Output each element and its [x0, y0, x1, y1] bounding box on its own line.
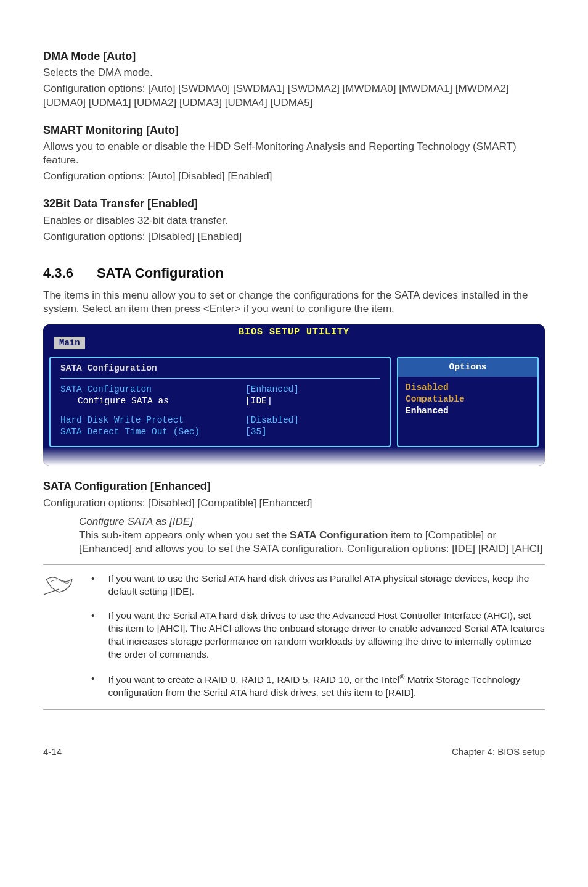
bios-label: SATA Configuraton	[60, 384, 245, 395]
smart-text-2: Configuration options: [Auto] [Disabled]…	[43, 170, 545, 183]
configure-sata-subblock: Configure SATA as [IDE] This sub-item ap…	[79, 515, 545, 556]
section-title: 4.3.6SATA Configuration	[43, 265, 545, 283]
note-item: • If you want the Serial ATA hard disk d…	[91, 609, 545, 661]
note-icon	[43, 572, 75, 699]
section-name: SATA Configuration	[97, 265, 224, 281]
configure-sata-text: This sub-item appears only when you set …	[79, 529, 545, 556]
bios-option-enhanced[interactable]: Enhanced	[406, 405, 530, 417]
bit32-text-1: Enables or disables 32-bit data transfer…	[43, 214, 545, 228]
sata-enh-text: Configuration options: [Disabled] [Compa…	[43, 497, 545, 510]
bullet-icon: •	[91, 672, 94, 699]
page-number: 4-14	[43, 746, 62, 758]
bios-label: SATA Detect Time Out (Sec)	[60, 426, 245, 438]
bios-header: BIOS SETUP UTILITY	[43, 324, 545, 340]
dma-text-2: Configuration options: [Auto] [SWDMA0] […	[43, 82, 545, 109]
bios-option-disabled[interactable]: Disabled	[406, 382, 530, 394]
note-box: • If you want to use the Serial ATA hard…	[43, 564, 545, 710]
bios-value: [35]	[245, 426, 267, 438]
sata-enh-heading: SATA Configuration [Enhanced]	[43, 479, 545, 493]
bios-row-sata-config[interactable]: SATA Configuraton [Enhanced]	[60, 384, 380, 395]
dma-heading: DMA Mode [Auto]	[43, 49, 545, 64]
bit32-heading: 32Bit Data Transfer [Enabled]	[43, 197, 545, 211]
bios-options-panel: Options Disabled Compatiable Enhanced	[397, 357, 539, 447]
note-item: • If you want to create a RAID 0, RAID 1…	[91, 672, 545, 699]
bios-options-header: Options	[398, 358, 537, 377]
bios-label: Configure SATA as	[60, 395, 245, 407]
bios-value: [Disabled]	[245, 415, 299, 426]
page-footer: 4-14 Chapter 4: BIOS setup	[43, 746, 545, 758]
section-intro: The items in this menu allow you to set …	[43, 289, 545, 316]
text-segment: If you want to create a RAID 0, RAID 1, …	[108, 674, 399, 685]
configure-sata-subtitle: Configure SATA as [IDE]	[79, 515, 545, 529]
smart-text-1: Allows you to enable or disable the HDD …	[43, 140, 545, 167]
bios-row-sata-detect-timeout[interactable]: SATA Detect Time Out (Sec) [35]	[60, 426, 380, 438]
svg-line-0	[44, 589, 59, 595]
bios-value: [Enhanced]	[245, 384, 299, 395]
bullet-icon: •	[91, 609, 94, 661]
chapter-label: Chapter 4: BIOS setup	[452, 746, 545, 758]
text-bold: SATA Configuration	[290, 529, 388, 541]
bios-row-hd-write-protect[interactable]: Hard Disk Write Protect [Disabled]	[60, 415, 380, 426]
dma-text-1: Selects the DMA mode.	[43, 66, 545, 80]
note-text: If you want the Serial ATA hard disk dri…	[108, 609, 545, 661]
bit32-text-2: Configuration options: [Disabled] [Enabl…	[43, 230, 545, 244]
smart-heading: SMART Monitoring [Auto]	[43, 123, 545, 138]
note-text: If you want to use the Serial ATA hard d…	[108, 572, 545, 598]
bios-left-panel: SATA Configuration SATA Configuraton [En…	[49, 357, 391, 447]
bios-row-configure-sata-as[interactable]: Configure SATA as [IDE]	[60, 395, 380, 407]
note-item: • If you want to use the Serial ATA hard…	[91, 572, 545, 598]
bios-setup-panel: BIOS SETUP UTILITY Main SATA Configurati…	[43, 324, 545, 466]
bullet-icon: •	[91, 572, 94, 598]
bios-tab-main[interactable]: Main	[54, 337, 85, 349]
bios-option-compatiable[interactable]: Compatiable	[406, 394, 530, 405]
section-number: 4.3.6	[43, 265, 73, 283]
bios-label: Hard Disk Write Protect	[60, 415, 245, 426]
note-list: • If you want to use the Serial ATA hard…	[91, 572, 545, 699]
text-segment: This sub-item appears only when you set …	[79, 529, 290, 541]
note-text: If you want to create a RAID 0, RAID 1, …	[108, 672, 545, 699]
bios-value: [IDE]	[245, 395, 272, 407]
bios-left-header: SATA Configuration	[60, 363, 380, 379]
